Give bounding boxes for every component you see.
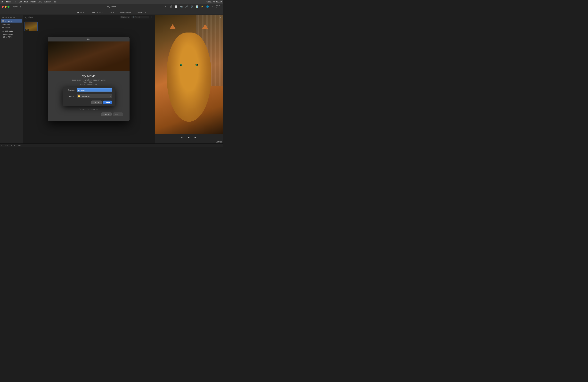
tags-value: iMovie: [89, 81, 94, 83]
navtabs: My Media Audio & Video Titles Background…: [0, 10, 223, 15]
settings-text-button[interactable]: Settings: [216, 141, 222, 143]
menu-edit[interactable]: Edit: [19, 1, 22, 3]
cancel-button[interactable]: Cancel: [91, 101, 102, 104]
size-circle-icon: [87, 108, 89, 110]
dialog-preview-area: [48, 42, 129, 71]
size-label: 331 KB est.: [90, 108, 99, 110]
preview-area: ⤢: [155, 15, 223, 134]
add-project-icon[interactable]: ⊕: [20, 5, 21, 8]
toolbar-camera-icon[interactable]: 📷: [179, 4, 184, 9]
timeline-size-label: 331 KB est.: [14, 145, 21, 146]
toolbar-info-icon[interactable]: ℹ: [210, 4, 215, 9]
where-label: Where:: [65, 95, 75, 97]
menubar-right: Wed 27 Mar 8:13 AM: [207, 1, 222, 3]
toolbar-volume-icon[interactable]: 🔊: [189, 4, 194, 9]
expand-icon[interactable]: ⤢: [220, 16, 222, 18]
sidebar: PROJECT MEDIA ▦ My Movie LIBRARIES ⊕ Pho…: [0, 15, 23, 144]
description-row: Description: This video is about My Movi…: [72, 79, 106, 81]
menu-window[interactable]: Window: [44, 1, 50, 3]
duration-label: 10s: [82, 108, 84, 110]
projects-label: Projects: [12, 6, 19, 8]
right-panel: ⤢ ⏮ ▶ ⏭ ⤢ Settings: [154, 15, 223, 144]
dropdown-arrow-icon: ⌄: [110, 95, 111, 97]
sidebar-imovie-library-collapse[interactable]: ▾ iMovie Library: [0, 33, 23, 36]
sidebar-item-all-events[interactable]: ⊕ All Events: [1, 29, 22, 33]
tags-label: Tags:: [83, 81, 87, 83]
collapse-arrow-icon: ▾: [2, 34, 2, 35]
duration-info: 10s: [79, 108, 84, 110]
tab-my-media[interactable]: My Media: [76, 11, 86, 14]
photos-icon: ⊕: [2, 26, 4, 29]
size-info: 331 KB est.: [87, 108, 99, 110]
cat-eye-left: [180, 64, 182, 66]
toolbar-magic-icon[interactable]: ✂: [163, 4, 168, 9]
play-button[interactable]: ▶: [187, 135, 191, 139]
duration-circle-icon: [79, 108, 81, 110]
menu-modify[interactable]: Modify: [30, 1, 36, 3]
dialog-cat-preview: [48, 42, 129, 71]
format-row: Format: Audio Only C: [72, 84, 106, 85]
save-button[interactable]: Save: [103, 101, 112, 104]
menu-imovie[interactable]: iMovie: [6, 1, 11, 3]
toolbar-color-icon[interactable]: 📊: [195, 4, 199, 9]
menu-file[interactable]: File: [14, 1, 17, 3]
dialog-info-row: 10s 331 KB est.: [79, 107, 99, 111]
projects-button[interactable]: ‹ Projects: [11, 6, 18, 8]
chevron-left-icon: ‹: [11, 6, 11, 8]
cat-ear-right: [202, 24, 208, 29]
timeline-header: 10s 331 KB est.: [0, 144, 223, 147]
menu-view[interactable]: View: [38, 1, 42, 3]
next-button[interactable]: Next...: [113, 113, 123, 116]
tab-titles[interactable]: Titles: [108, 11, 115, 14]
where-row: Where: 📁 Documents ⌄: [63, 93, 115, 99]
outer-dialog-buttons: Cancel Next...: [52, 113, 126, 118]
toolbar-clip-icon[interactable]: 🎬: [168, 4, 173, 9]
outer-cancel-button[interactable]: Cancel: [101, 113, 112, 116]
format-value: Audio Only C: [87, 84, 98, 85]
menubar-left: ⌘ iMovie File Edit Mark Modify View Wind…: [1, 1, 57, 3]
apple-logo-icon[interactable]: ⌘: [1, 1, 3, 3]
folder-icon: 📁: [78, 95, 80, 97]
save-as-row: Save As:: [63, 87, 115, 93]
sidebar-date-item[interactable]: 27-03-2024: [0, 36, 23, 39]
tab-transitions[interactable]: Transitions: [136, 11, 147, 14]
down-arrow-icon[interactable]: ↓: [22, 5, 23, 8]
toolbar-reset-icon[interactable]: Reset All: [216, 4, 220, 9]
movie-details: My Movie Description: This video is abou…: [72, 74, 106, 86]
toolbar-transition-icon[interactable]: ⚡: [200, 4, 205, 9]
close-button[interactable]: [2, 6, 4, 8]
save-as-input[interactable]: [77, 88, 112, 92]
tags-row: Tags: iMovie: [72, 81, 106, 83]
save-as-label: Save As:: [65, 89, 75, 91]
toolbar-mic-icon[interactable]: 🎤: [184, 4, 189, 9]
sidebar-item-my-movie[interactable]: ▦ My Movie: [1, 19, 22, 22]
content-area: My Movie All Clips ⌄ 🔍 ⚙ 10.3s File: [23, 15, 154, 144]
where-dropdown[interactable]: 📁 Documents ⌄: [77, 94, 112, 98]
minimize-button[interactable]: [5, 6, 6, 8]
tab-backgrounds[interactable]: Backgrounds: [119, 11, 132, 14]
timeline-area: 10s 331 KB est.: [0, 144, 223, 147]
toolbar-crop-icon[interactable]: ⬜: [174, 4, 178, 9]
tab-audio-video[interactable]: Audio & Video: [90, 11, 104, 14]
timeline-size-indicator-icon: [10, 145, 12, 146]
titlebar: ‹ Projects ⊕ ↓ My Movie ✂ 🎬 ⬜ 📷 🎤 🔊 📊 ⚡ …: [0, 4, 223, 10]
rewind-button[interactable]: ⏮: [181, 135, 184, 139]
maximize-button[interactable]: [7, 6, 9, 8]
menu-mark[interactable]: Mark: [24, 1, 28, 3]
file-dialog-body: My Movie Description: This video is abou…: [48, 71, 129, 121]
main-layout: PROJECT MEDIA ▦ My Movie LIBRARIES ⊕ Pho…: [0, 15, 223, 144]
window-title: My Movie: [107, 5, 116, 8]
titlebar-right: ✂ 🎬 ⬜ 📷 🎤 🔊 📊 ⚡ 🌐 ℹ Reset All: [162, 4, 221, 9]
sidebar-imovie-library-label: iMovie Library: [3, 34, 13, 35]
menu-help[interactable]: Help: [53, 1, 57, 3]
forward-button[interactable]: ⏭: [193, 135, 197, 139]
timeline-settings-bar: Settings: [155, 140, 223, 144]
movie-title: My Movie: [72, 74, 106, 78]
timeline-zoom-slider[interactable]: [156, 142, 215, 142]
sidebar-item-photos[interactable]: ⊕ Photos: [1, 26, 22, 29]
playback-controls: ⏮ ▶ ⏭ ⤢: [155, 134, 223, 140]
titlebar-left: ‹ Projects ⊕ ↓: [2, 5, 23, 8]
toolbar-globe-icon[interactable]: 🌐: [205, 4, 210, 9]
save-as-dialog: Save As: Where: 📁 Documents ⌄ Cancel S: [63, 87, 115, 106]
where-value: Documents: [81, 95, 90, 97]
